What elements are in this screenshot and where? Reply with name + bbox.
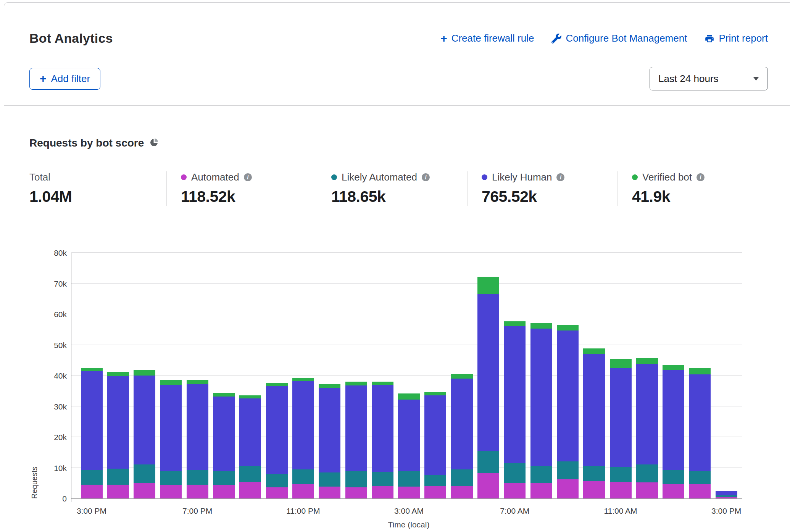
gridline	[71, 314, 742, 314]
configure-bot-management-link[interactable]: Configure Bot Management	[551, 32, 687, 44]
bar	[319, 384, 340, 498]
bar-segment-automated	[451, 486, 473, 498]
bar-segment-likely-automated	[398, 471, 420, 487]
pie-chart-icon	[150, 138, 158, 148]
bar-segment-likely-automated	[530, 466, 552, 483]
stat-likely-automated-label: Likely Automated	[342, 171, 417, 183]
bar-segment-automated	[239, 482, 261, 498]
bar-segment-likely-human	[530, 329, 552, 466]
bar-segment-verified-bot	[504, 321, 526, 327]
bar-segment-automated	[557, 479, 579, 498]
bar-segment-likely-human	[504, 326, 526, 463]
x-tick-label: 7:00 PM	[167, 506, 228, 516]
x-axis-title: Time (local)	[371, 520, 447, 529]
info-icon[interactable]: i	[696, 173, 705, 181]
bar	[583, 348, 605, 498]
bar-segment-likely-automated	[213, 471, 235, 485]
bar-segment-verified-bot	[557, 325, 579, 330]
bar-segment-likely-automated	[663, 470, 684, 484]
bar	[557, 325, 579, 498]
bar-segment-verified-bot	[266, 383, 288, 387]
bar-segment-verified-bot	[239, 395, 261, 398]
create-firewall-rule-label: Create firewall rule	[451, 32, 534, 44]
axis-tick	[71, 499, 71, 502]
print-report-label: Print report	[719, 32, 768, 44]
bar-segment-likely-human	[398, 400, 420, 471]
create-firewall-rule-link[interactable]: + Create firewall rule	[440, 32, 534, 44]
stat-verified-bot: Verified bot i 41.9k	[617, 171, 768, 206]
info-icon[interactable]: i	[556, 173, 564, 181]
bar-segment-automated	[424, 486, 446, 498]
bar	[266, 383, 288, 498]
bar-segment-likely-human	[239, 398, 261, 466]
requests-by-bot-score-chart: Requests Time (local) 010k20k30k40k50k60…	[71, 253, 742, 499]
bar	[663, 365, 684, 498]
bar-segment-likely-human	[689, 374, 711, 471]
bar-segment-likely-automated	[636, 464, 658, 482]
bar	[345, 382, 367, 498]
stat-total-value: 1.04M	[29, 188, 166, 206]
bar	[134, 370, 155, 498]
bar-segment-likely-automated	[319, 472, 340, 487]
add-filter-button[interactable]: + Add filter	[29, 68, 100, 90]
info-icon[interactable]: i	[244, 173, 252, 181]
print-report-link[interactable]: Print report	[705, 32, 768, 44]
bar-segment-likely-automated	[477, 451, 499, 473]
bar-segment-likely-automated	[266, 474, 288, 487]
bar-segment-likely-human	[610, 368, 632, 467]
bar-segment-likely-automated	[583, 466, 605, 481]
gridline	[71, 252, 742, 253]
y-tick-label: 60k	[33, 310, 67, 319]
bar	[716, 491, 737, 498]
x-tick-label: 11:00 PM	[272, 506, 334, 516]
header-actions: + Create firewall rule Configure Bot Man…	[440, 31, 768, 44]
bar-segment-likely-human	[477, 294, 499, 451]
page-title: Bot Analytics	[29, 31, 113, 46]
stat-likely-human-label: Likely Human	[492, 171, 552, 183]
bar	[424, 392, 446, 498]
stat-total-label: Total	[29, 171, 50, 183]
bar	[81, 368, 103, 498]
stat-automated-label: Automated	[191, 171, 239, 183]
wrench-icon	[551, 34, 561, 44]
bar	[292, 378, 314, 498]
y-tick-label: 10k	[33, 463, 67, 473]
bar-segment-automated	[134, 483, 155, 498]
bot-analytics-panel: Bot Analytics + Create firewall rule Con…	[4, 2, 790, 532]
bar	[187, 380, 208, 499]
x-tick-label: 3:00 PM	[696, 506, 757, 516]
time-range-select[interactable]: Last 24 hours	[650, 67, 768, 90]
configure-bot-management-label: Configure Bot Management	[566, 32, 687, 44]
bar-segment-verified-bot	[583, 348, 605, 354]
stat-likely-human-value: 765.52k	[482, 188, 617, 206]
stat-automated: Automated i 118.52k	[166, 171, 317, 206]
info-icon[interactable]: i	[422, 173, 430, 181]
bar-segment-likely-human	[160, 385, 182, 471]
bar-segment-likely-automated	[557, 461, 579, 479]
add-filter-label: Add filter	[51, 73, 90, 85]
bar-segment-likely-automated	[372, 472, 393, 486]
bar-segment-automated	[187, 485, 208, 498]
bar-segment-automated	[716, 497, 737, 498]
gridline	[71, 283, 742, 284]
bar-segment-likely-human	[187, 384, 208, 470]
bar-segment-likely-automated	[292, 469, 314, 484]
x-tick-label: 3:00 PM	[61, 506, 122, 516]
section-title: Requests by bot score	[29, 137, 144, 149]
bar-segment-verified-bot	[187, 380, 208, 384]
bar-segment-verified-bot	[134, 370, 155, 376]
bar-segment-likely-automated	[107, 469, 129, 485]
automated-dot-icon	[181, 174, 187, 180]
bar-segment-automated	[81, 485, 103, 498]
bar	[398, 393, 420, 498]
bar-segment-verified-bot	[398, 393, 420, 400]
bar	[636, 358, 658, 498]
bar-segment-likely-automated	[134, 464, 155, 483]
bar-segment-likely-automated	[610, 467, 632, 482]
stat-verified-bot-label: Verified bot	[642, 171, 692, 183]
y-tick-label: 70k	[33, 279, 67, 289]
stat-likely-human: Likely Human i 765.52k	[467, 171, 617, 206]
bar-segment-likely-automated	[451, 469, 473, 486]
bar-segment-likely-automated	[504, 463, 526, 483]
y-tick-label: 50k	[33, 340, 67, 350]
